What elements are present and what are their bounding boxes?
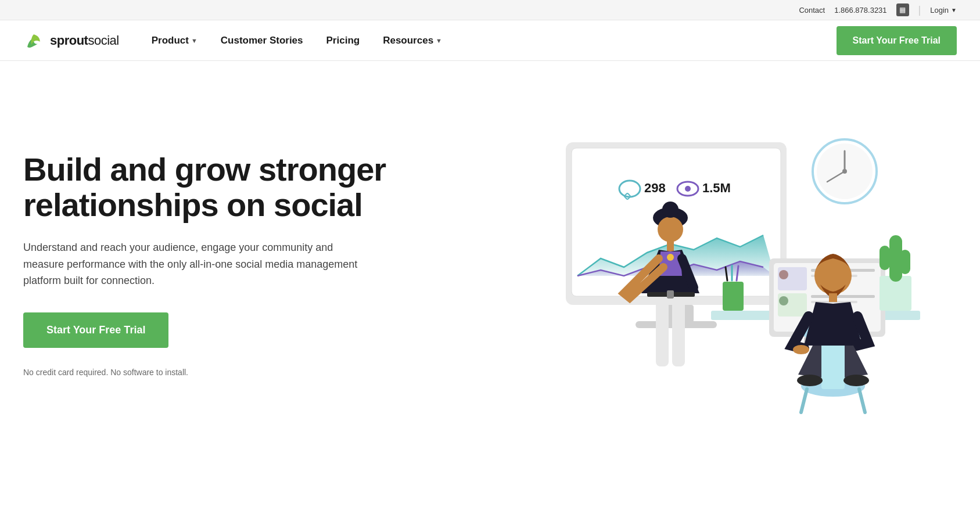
nav-links: Product ▼ Customer Stories Pricing Resou… — [142, 30, 837, 51]
nav-item-product[interactable]: Product ▼ — [142, 30, 207, 51]
svg-rect-42 — [656, 297, 669, 366]
phone-number: 1.866.878.3231 — [834, 6, 886, 15]
contact-link[interactable]: Contact — [799, 6, 825, 15]
nav-cta-button[interactable]: Start Your Free Trial — [837, 26, 957, 55]
svg-point-24 — [779, 270, 788, 279]
svg-rect-43 — [672, 297, 685, 366]
calendar-icon[interactable]: ▦ — [896, 3, 909, 16]
svg-rect-41 — [667, 290, 674, 299]
logo-text: sproutsocial — [50, 33, 119, 48]
login-button[interactable]: Login ▼ — [930, 6, 957, 15]
svg-point-26 — [779, 296, 788, 305]
svg-rect-33 — [880, 246, 890, 270]
svg-point-8 — [685, 186, 691, 192]
resources-dropdown-icon: ▼ — [436, 37, 442, 44]
svg-point-37 — [662, 202, 679, 218]
hero-title: Build and grow stronger relationships on… — [23, 152, 395, 223]
svg-point-53 — [843, 375, 869, 386]
svg-rect-50 — [829, 293, 837, 302]
main-nav: sproutsocial Product ▼ Customer Stories … — [0, 20, 980, 61]
logo-leaf-icon — [23, 30, 44, 51]
svg-rect-34 — [900, 250, 910, 274]
svg-point-36 — [658, 217, 683, 242]
hero-section: Build and grow stronger relationships on… — [0, 61, 980, 456]
nav-item-pricing[interactable]: Pricing — [317, 30, 369, 51]
hero-subtitle: Understand and reach your audience, enga… — [23, 239, 360, 289]
top-bar: Contact 1.866.878.3231 ▦ | Login ▼ — [0, 0, 980, 20]
product-dropdown-icon: ▼ — [191, 37, 198, 44]
logo[interactable]: sproutsocial — [23, 30, 119, 51]
svg-line-48 — [859, 389, 865, 412]
login-caret-icon: ▼ — [951, 7, 957, 13]
hero-note: No credit card required. No software to … — [23, 368, 395, 377]
svg-point-14 — [842, 169, 847, 174]
svg-line-47 — [801, 389, 807, 412]
nav-item-resources[interactable]: Resources ▼ — [374, 30, 451, 51]
hero-illustration: 298 1.5M — [418, 96, 957, 433]
svg-point-51 — [793, 345, 809, 354]
divider: | — [918, 4, 921, 16]
svg-point-39 — [667, 254, 674, 261]
hero-cta-button[interactable]: Start Your Free Trial — [23, 312, 168, 348]
svg-text:1.5M: 1.5M — [702, 181, 731, 195]
svg-text:298: 298 — [644, 181, 666, 195]
hero-content: Build and grow stronger relationships on… — [23, 152, 418, 377]
svg-rect-29 — [811, 295, 875, 298]
svg-point-52 — [797, 375, 823, 386]
svg-rect-38 — [667, 241, 674, 251]
svg-rect-16 — [723, 282, 744, 311]
hero-illustration-svg: 298 1.5M — [450, 96, 926, 433]
nav-item-customer-stories[interactable]: Customer Stories — [211, 30, 313, 51]
